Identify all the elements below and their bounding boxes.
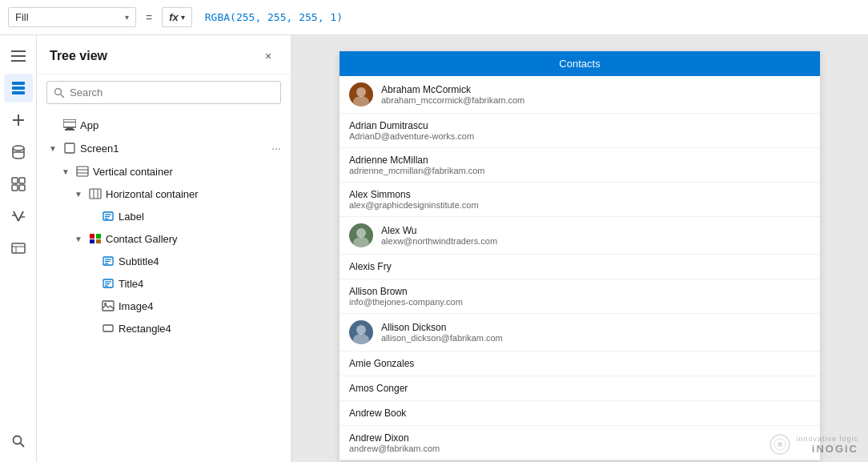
contact-avatar [349, 82, 373, 106]
contact-info: Alexis Fry [349, 261, 810, 272]
watermark-brand: iNOGiC [812, 443, 858, 455]
tree-item-subtitle4[interactable]: Subtitle4 [37, 250, 291, 272]
contact-item[interactable]: Alexis Fry [340, 255, 820, 279]
contact-name: Allison Brown [349, 286, 810, 297]
svg-rect-1 [11, 55, 26, 57]
svg-rect-4 [12, 86, 25, 90]
tree-item-screen1[interactable]: ▼ Screen1 ··· [37, 136, 291, 160]
svg-rect-38 [90, 239, 94, 243]
fx-icon: fx [169, 11, 179, 23]
contact-info: Amie Gonzales [349, 358, 810, 369]
svg-point-51 [356, 87, 366, 97]
svg-point-52 [353, 96, 369, 106]
app-canvas: Contacts Abraham McCormickabraham_mccorm… [340, 51, 820, 460]
svg-point-61 [778, 442, 782, 447]
rect4-chevron [85, 322, 98, 335]
components-icon[interactable] [4, 170, 33, 199]
svg-rect-24 [65, 129, 74, 131]
watermark: innovative logic iNOGiC [769, 433, 858, 456]
database-icon[interactable] [4, 138, 33, 167]
contact-item[interactable]: Alex Wualexw@northwindtraders.com [340, 217, 820, 255]
svg-rect-2 [11, 60, 26, 62]
screen1-chevron: ▼ [46, 142, 59, 155]
screen1-label: Screen1 [80, 143, 265, 155]
tree-item-vertical-container[interactable]: ▼ Vertical container [37, 160, 291, 183]
title4-icon [101, 276, 115, 291]
hc-chevron: ▼ [72, 187, 85, 200]
contact-item[interactable]: Andrew Dixonandrew@fabrikam.com [340, 426, 820, 460]
image4-icon [101, 299, 115, 313]
contact-name: Alexis Fry [349, 261, 810, 272]
svg-rect-14 [12, 243, 25, 253]
contact-item[interactable]: Andrew Book [340, 401, 820, 426]
contact-item[interactable]: Abraham McCormickabraham_mccormick@fabri… [340, 76, 820, 114]
svg-rect-21 [63, 119, 76, 127]
svg-rect-11 [19, 178, 25, 183]
contacts-list[interactable]: Abraham McCormickabraham_mccormick@fabri… [340, 76, 820, 460]
watermark-text-block: innovative logic iNOGiC [796, 435, 858, 455]
tree-item-image4[interactable]: Image4 [37, 295, 291, 317]
svg-point-17 [13, 436, 21, 444]
contact-name: Adrian Dumitrascu [349, 120, 810, 131]
rectangle4-icon [101, 321, 115, 335]
contact-item[interactable]: Allison Dicksonallison_dickson@fabrikam.… [340, 314, 820, 352]
contact-item[interactable]: Alex Simmonsalex@graphicdesigninstitute.… [340, 183, 820, 217]
contact-item[interactable]: Allison Browninfo@thejones-company.com [340, 279, 820, 314]
search-input[interactable] [70, 86, 274, 98]
tree-item-app[interactable]: App [37, 114, 291, 136]
contact-email: adrienne_mcmillan@fabrikam.com [349, 166, 810, 175]
contact-avatar [349, 223, 373, 247]
media-icon[interactable] [4, 234, 33, 263]
svg-rect-3 [12, 82, 25, 85]
title4-label: Title4 [119, 278, 284, 290]
variables-icon[interactable] [4, 202, 33, 231]
fill-dropdown[interactable]: Fill ▾ [8, 7, 136, 27]
hamburger-menu-icon[interactable] [4, 42, 33, 70]
svg-line-20 [61, 94, 64, 97]
contact-info: Allison Browninfo@thejones-company.com [349, 286, 810, 307]
tree-item-horizontal-container[interactable]: ▼ Horizontal container [37, 183, 291, 205]
svg-rect-50 [103, 325, 113, 331]
svg-point-49 [104, 303, 106, 305]
tree-item-title4[interactable]: Title4 [37, 272, 291, 295]
screen-icon [62, 141, 77, 155]
contact-info: Allison Dicksonallison_dickson@fabrikam.… [381, 322, 810, 343]
svg-rect-39 [96, 239, 101, 243]
fx-chevron-icon: ▾ [181, 13, 185, 22]
add-icon[interactable] [4, 106, 33, 135]
top-toolbar: Fill ▾ = fx ▾ RGBA(255, 255, 255, 1) [0, 0, 868, 35]
tree-item-label[interactable]: Label [37, 205, 291, 227]
contact-info: Amos Conger [349, 383, 810, 394]
contact-info: Adrian DumitrascuAdrianD@adventure-works… [349, 120, 810, 141]
tree-close-button[interactable]: × [259, 46, 278, 66]
horizontal-container-icon [88, 187, 102, 201]
contact-item[interactable]: Adrienne McMillanadrienne_mcmillan@fabri… [340, 148, 820, 183]
search-bottom-icon[interactable] [4, 427, 33, 456]
tree-item-contact-gallery[interactable]: ▼ Contact Gallery [37, 227, 291, 250]
app-chevron [46, 119, 59, 131]
svg-point-53 [356, 228, 366, 238]
contact-info: Andrew Dixonandrew@fabrikam.com [349, 432, 810, 453]
gallery-icon [88, 231, 102, 246]
svg-rect-37 [96, 234, 101, 239]
screen1-more-button[interactable]: ··· [268, 140, 284, 156]
contact-name: Andrew Dixon [349, 432, 810, 444]
contact-item[interactable]: Amos Conger [340, 376, 820, 401]
fx-button[interactable]: fx ▾ [162, 7, 192, 27]
contact-item[interactable]: Amie Gonzales [340, 352, 820, 376]
formula-bar[interactable]: RGBA(255, 255, 255, 1) [199, 8, 860, 26]
gallery-chevron: ▼ [72, 232, 85, 245]
svg-rect-10 [12, 178, 18, 183]
main-layout: Tree view × [0, 35, 868, 462]
tree-item-rectangle4[interactable]: Rectangle4 [37, 317, 291, 339]
contact-item[interactable]: Adrian DumitrascuAdrianD@adventure-works… [340, 114, 820, 148]
svg-rect-23 [66, 127, 73, 129]
contact-name: Abraham McCormick [381, 84, 810, 95]
svg-rect-48 [102, 301, 114, 311]
contact-name: Allison Dickson [381, 322, 810, 333]
svg-rect-36 [90, 234, 94, 239]
layers-icon[interactable] [4, 74, 33, 102]
contact-name: Adrienne McMillan [349, 155, 810, 166]
contact-email: andrew@fabrikam.com [349, 444, 810, 453]
subtitle4-icon [101, 254, 115, 268]
